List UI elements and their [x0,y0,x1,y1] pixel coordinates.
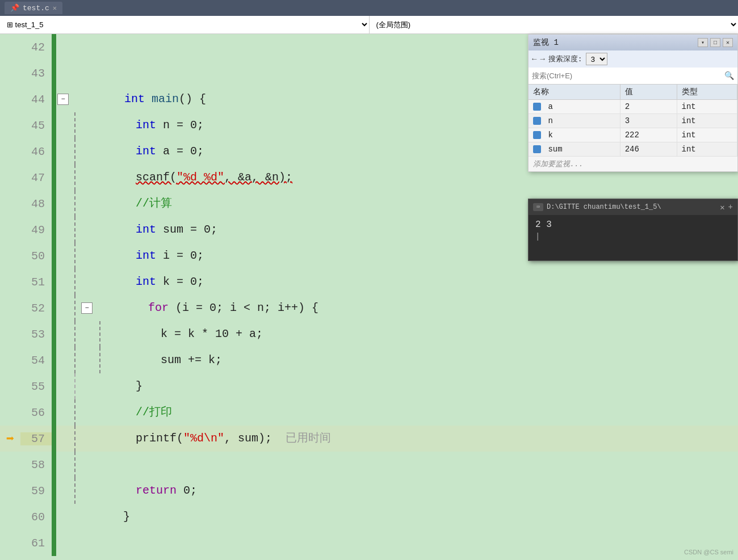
watch-value-a: 2 [620,100,677,114]
watch-icon-n [533,117,541,125]
watch-icon-sum [533,145,541,153]
terminal-close-button[interactable]: ✕ [720,203,724,212]
indent-line-53b [99,321,100,347]
line-number-43: 43 [20,67,52,80]
line-number-60: 60 [20,511,52,524]
watch-restore-button[interactable]: □ [710,38,720,47]
terminal-path: D:\GITTE chuantimu\test_1_5\ [547,203,661,211]
scope-right-select[interactable]: (全局范围) [370,16,739,33]
right-scope-selector[interactable]: (全局范围) [370,16,739,33]
line-number-56: 56 [20,406,52,419]
green-bar-57 [52,426,56,452]
green-bar-50 [52,243,56,269]
green-bar-48 [52,191,56,217]
watch-minimize-button[interactable]: ▾ [698,38,708,47]
fold-button-44[interactable]: − [57,94,69,105]
indent-line-50 [74,243,76,269]
indent-line-57 [74,426,76,452]
watch-title-bar: 监视 1 ▾ □ ✕ [529,35,737,50]
indent-line-49 [74,217,76,243]
line-number-51: 51 [20,276,52,289]
green-bar-55 [52,373,56,399]
green-bar-60 [52,504,56,530]
title-bar: 📌 test.c ✕ [0,0,738,16]
green-bar-52 [52,295,56,321]
green-bar-58 [52,452,56,478]
watch-icon-a [533,103,541,111]
search-icon[interactable]: 🔍 [724,71,734,81]
watch-panel: 监视 1 ▾ □ ✕ ← → 搜索深度: 3 1 2 4 5 🔍 [528,34,738,172]
watch-icon-k [533,131,541,139]
green-bar-54 [52,347,56,373]
toolbar: ⊞ test_1_5 (全局范围) [0,16,738,34]
green-bar-56 [52,399,56,426]
indent-line-48 [74,191,76,217]
watch-nav: ← → 搜索深度: 3 1 2 4 5 [529,50,737,68]
watch-value-sum: 246 [620,142,677,157]
watch-name-k: k [529,128,620,142]
terminal-content: 2 3 | [529,215,737,260]
watch-type-sum: int [677,142,737,157]
indent-line-52 [74,295,76,321]
green-bar-45 [52,112,56,138]
watch-forward-button[interactable]: → [540,54,544,64]
scope-left-select[interactable]: ⊞ test_1_5 [0,16,369,33]
line-number-46: 46 [20,145,52,158]
line-number-57: 57 [20,432,52,445]
watch-back-button[interactable]: ← [532,54,536,64]
line-number-61: 61 [20,537,52,550]
watch-close-button[interactable]: ✕ [723,38,733,47]
depth-select[interactable]: 3 1 2 4 5 [586,53,607,65]
code-line-57: ➡ 57 printf("%d\n", sum); 已用时间 [0,426,738,452]
watch-value-n: 3 [620,114,677,128]
watch-table: 名称 值 类型 a 2 int n [529,85,737,157]
col-value: 值 [620,85,677,100]
watch-row-k: k 222 int [529,128,737,142]
indent-line-46 [74,138,76,165]
line-number-53: 53 [20,328,52,341]
file-tab[interactable]: 📌 test.c ✕ [5,2,62,14]
indent-line-47 [74,165,76,191]
watch-title: 监视 1 [533,37,559,48]
line-number-55: 55 [20,380,52,393]
watch-name-a: a [529,100,620,114]
indent-line-45 [74,112,76,138]
left-scope-selector[interactable]: ⊞ test_1_5 [0,16,370,33]
main-area: 42 43 44 − int main() { 45 [0,34,738,560]
filename: test.c [23,4,49,12]
watch-name-n: n [529,114,620,128]
watch-type-k: int [677,128,737,142]
watch-row-n: n 3 int [529,114,737,128]
line-number-58: 58 [20,458,52,471]
green-bar [52,34,56,60]
green-bar-47 [52,165,56,191]
indent-line-51 [74,269,76,295]
line-number-54: 54 [20,354,52,367]
terminal-icon: ⌨ [533,203,543,211]
search-bar: 🔍 [529,68,737,85]
terminal-add-button[interactable]: + [728,203,733,212]
line-number-48: 48 [20,197,52,210]
search-input[interactable] [532,71,724,80]
green-bar-53 [52,321,56,347]
indent-line-53a [74,321,76,347]
indent-line-54a [74,347,76,373]
green-bar-46 [52,138,56,165]
terminal-controls: ✕ + [720,203,733,212]
line-number-42: 42 [20,41,52,54]
line-number-47: 47 [20,171,52,184]
line-number-59: 59 [20,485,52,498]
terminal-output: 2 3 [535,220,731,230]
code-line-61: 61 [0,530,738,556]
line-number-49: 49 [20,224,52,237]
depth-label: 搜索深度: [548,54,582,64]
green-bar-44 [52,86,56,112]
terminal-title-bar: ⌨ D:\GITTE chuantimu\test_1_5\ ✕ + [529,199,737,215]
col-type: 类型 [677,85,737,100]
close-tab-button[interactable]: ✕ [53,4,57,12]
watermark: CSDN @CS semi [684,549,733,555]
line-number-52: 52 [20,302,52,315]
fold-button-52[interactable]: − [81,302,93,314]
add-watch-label[interactable]: 添加要监视... [529,157,737,171]
green-bar-61 [52,530,56,556]
